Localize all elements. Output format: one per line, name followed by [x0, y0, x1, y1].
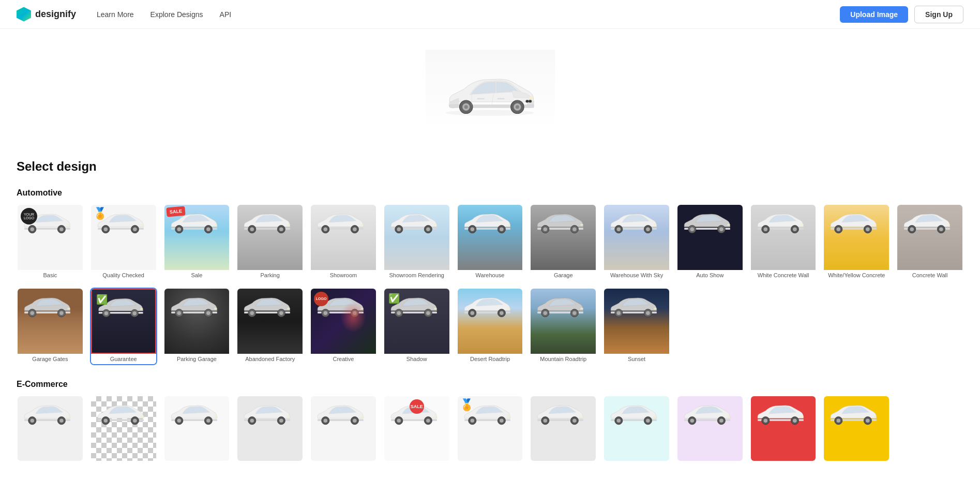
design-card-white-concrete[interactable]: White Concrete Wall: [750, 204, 817, 281]
design-card-warehouse[interactable]: Warehouse: [457, 204, 524, 281]
card-background-ec-lavender: [677, 396, 743, 461]
design-card-desert[interactable]: Desert Roadtrip: [457, 288, 524, 365]
design-card-ec-plain[interactable]: [17, 395, 84, 462]
svg-point-187: [500, 418, 504, 423]
card-label-garage: Garage: [531, 270, 596, 280]
svg-point-181: [426, 418, 430, 423]
svg-point-211: [793, 418, 797, 423]
svg-point-79: [793, 227, 797, 231]
design-card-quality-checked[interactable]: 🏅 Quality Checked: [90, 204, 157, 281]
design-card-shadow[interactable]: ✅ Shadow: [383, 288, 450, 365]
design-card-ec-red[interactable]: [750, 395, 817, 462]
card-background-desert: [458, 289, 523, 354]
design-card-ec-grey2[interactable]: [530, 395, 597, 462]
design-card-ec-award[interactable]: 🏅: [457, 395, 524, 462]
design-card-basic[interactable]: YOURLOGO Basic: [17, 204, 84, 281]
design-card-guarantee[interactable]: ✅ Guarantee: [90, 288, 157, 365]
nav-link-explore[interactable]: Explore Designs: [150, 10, 203, 19]
design-card-ec-grey[interactable]: [236, 395, 304, 462]
svg-point-104: [140, 308, 143, 310]
badge-medal: 🏅: [93, 207, 107, 220]
design-card-ec-light[interactable]: [310, 395, 377, 462]
card-background-white-concrete: [751, 205, 816, 270]
design-card-auto-show[interactable]: Auto Show: [676, 204, 744, 281]
design-grid-automotive: YOURLOGO Basic 🏅 Quality Checke: [17, 204, 963, 365]
svg-point-8: [529, 97, 533, 100]
design-card-mountain[interactable]: Mountain Roadtrip: [530, 288, 597, 365]
svg-point-80: [801, 224, 804, 226]
design-card-abandoned-factory[interactable]: Abandoned Factory: [236, 288, 304, 365]
card-background-parking-garage: [164, 289, 230, 354]
design-card-showroom-rendering[interactable]: Showroom Rendering: [383, 204, 450, 281]
nav-link-api[interactable]: API: [220, 10, 232, 19]
design-card-ec-white[interactable]: [163, 395, 231, 462]
design-card-ec-yellow[interactable]: [823, 395, 890, 462]
card-label-auto-show: Auto Show: [677, 270, 743, 280]
svg-point-92: [947, 224, 950, 226]
design-card-ec-lavender[interactable]: [676, 395, 744, 462]
navbar: designify Learn More Explore Designs API…: [0, 0, 980, 29]
svg-point-133: [500, 311, 504, 315]
design-card-ec-sale[interactable]: SALE: [383, 395, 450, 462]
svg-rect-10: [529, 100, 532, 103]
design-card-parking[interactable]: Parking: [236, 204, 304, 281]
design-card-creative[interactable]: LOGO Creative: [310, 288, 377, 365]
svg-point-41: [324, 227, 328, 231]
card-label-creative: Creative: [311, 354, 376, 364]
svg-point-170: [287, 415, 290, 417]
svg-point-91: [939, 227, 943, 231]
card-background-garage: [531, 205, 596, 270]
svg-point-101: [104, 311, 108, 315]
svg-point-26: [141, 224, 144, 226]
design-card-showroom[interactable]: Showroom: [310, 204, 377, 281]
card-label-white-concrete: White Concrete Wall: [751, 270, 816, 280]
design-card-sunset[interactable]: Sunset: [603, 288, 670, 365]
svg-point-197: [617, 418, 621, 423]
design-card-garage[interactable]: Garage: [530, 204, 597, 281]
logo-text: designify: [35, 9, 76, 20]
design-card-warehouse-sky[interactable]: Warehouse With Sky: [603, 204, 670, 281]
design-card-ec-transparent[interactable]: [90, 395, 157, 462]
svg-point-173: [324, 418, 328, 423]
design-card-parking-garage[interactable]: Parking Garage: [163, 288, 231, 365]
svg-point-115: [279, 311, 283, 315]
sign-up-button[interactable]: Sign Up: [914, 6, 963, 23]
svg-point-7: [516, 106, 519, 109]
card-background-quality-checked: 🏅: [91, 205, 156, 270]
svg-point-107: [177, 311, 181, 315]
nav-link-learn[interactable]: Learn More: [97, 10, 134, 19]
svg-point-23: [103, 227, 108, 231]
upload-image-button[interactable]: Upload Image: [840, 6, 908, 23]
svg-point-83: [837, 227, 841, 231]
card-label-sunset: Sunset: [604, 354, 669, 364]
card-background-ec-light: [311, 396, 376, 461]
svg-point-55: [500, 227, 504, 231]
card-label-showroom-rendering: Showroom Rendering: [384, 270, 449, 280]
logo[interactable]: designify: [17, 7, 76, 22]
card-background-sunset: [604, 289, 669, 354]
design-grid-container: Automotive YOURLOGO Basic 🏅: [17, 188, 963, 462]
svg-point-128: [434, 308, 437, 310]
svg-point-146: [654, 308, 657, 310]
badge-check2: ✅: [388, 293, 400, 304]
svg-point-175: [353, 418, 357, 423]
svg-rect-13: [477, 98, 485, 99]
svg-point-77: [763, 227, 767, 231]
design-card-sale[interactable]: SALE Sale: [163, 204, 231, 281]
design-card-concrete-wall[interactable]: Concrete Wall: [896, 204, 963, 281]
svg-point-71: [690, 227, 694, 231]
main-content: Select design Automotive YOURLOGO Basic …: [0, 159, 980, 480]
card-label-garage-gates: Garage Gates: [18, 354, 83, 364]
svg-point-35: [250, 227, 254, 231]
design-card-white-yellow[interactable]: White/Yellow Concrete: [823, 204, 890, 281]
card-label-basic: Basic: [18, 270, 83, 280]
design-card-ec-cyan[interactable]: [603, 395, 670, 462]
design-card-garage-gates[interactable]: Garage Gates: [17, 288, 84, 365]
badge-logo: YOURLOGO: [21, 208, 37, 224]
svg-point-139: [572, 311, 577, 315]
svg-point-152: [67, 415, 70, 417]
svg-point-179: [397, 418, 401, 423]
card-background-ec-red: [751, 396, 816, 461]
svg-point-61: [572, 227, 577, 231]
nav-links: Learn More Explore Designs API: [97, 10, 231, 19]
